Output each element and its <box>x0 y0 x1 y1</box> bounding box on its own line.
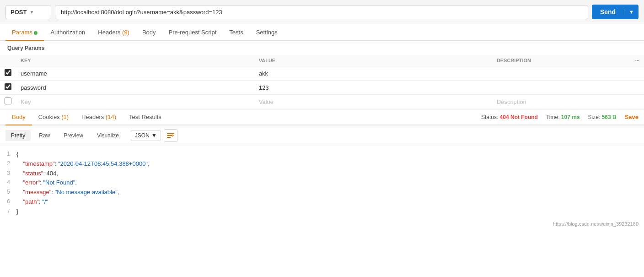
row-value[interactable]: akk <box>254 66 492 81</box>
response-tabs-row: Body Cookies (1) Headers (14) Test Resul… <box>0 109 644 125</box>
method-select[interactable]: POST ▼ <box>5 5 51 19</box>
params-dot <box>34 31 38 35</box>
params-table: KEY VALUE DESCRIPTION ··· username akk p… <box>0 55 644 109</box>
tab-tests[interactable]: Tests <box>223 24 249 41</box>
time-label: Time: 107 ms <box>546 114 580 120</box>
col-header-actions: ··· <box>631 55 644 66</box>
time-value: 107 ms <box>561 114 580 120</box>
row-checkbox-cell[interactable] <box>0 81 16 95</box>
code-line: 1 { <box>0 150 644 159</box>
row-actions[interactable] <box>631 66 644 81</box>
tab-settings[interactable]: Settings <box>250 24 284 41</box>
send-button[interactable]: Send ▼ <box>592 5 639 19</box>
body-toolbar: Pretty Raw Preview Visualize JSON ▼ <box>0 125 644 146</box>
col-header-checkbox <box>0 55 16 66</box>
empty-desc[interactable]: Description <box>492 95 631 109</box>
method-value: POST <box>11 9 27 16</box>
format-select[interactable]: JSON ▼ <box>131 130 161 141</box>
empty-key[interactable]: Key <box>16 95 254 109</box>
row-desc[interactable] <box>492 66 631 81</box>
send-label: Send <box>592 8 624 16</box>
resp-tab-body[interactable]: Body <box>5 109 32 125</box>
row-key[interactable]: username <box>16 66 254 81</box>
row-desc[interactable] <box>492 81 631 95</box>
row-checkbox-cell[interactable] <box>0 66 16 81</box>
url-input[interactable] <box>55 5 588 19</box>
empty-value[interactable]: Value <box>254 95 492 109</box>
code-line: 6 "path": "/" <box>0 197 644 207</box>
tab-headers[interactable]: Headers (9) <box>91 24 136 41</box>
request-tabs: Params Authorization Headers (9) Body Pr… <box>0 24 644 41</box>
empty-actions[interactable] <box>631 95 644 109</box>
tab-authorization[interactable]: Authorization <box>44 24 91 41</box>
resp-tab-testresults[interactable]: Test Results <box>123 109 168 125</box>
col-header-value: VALUE <box>254 55 492 66</box>
format-chevron-icon: ▼ <box>151 132 157 139</box>
body-tab-preview[interactable]: Preview <box>58 130 89 141</box>
body-tab-pretty[interactable]: Pretty <box>5 130 31 141</box>
col-header-desc: DESCRIPTION <box>492 55 631 66</box>
row-checkbox[interactable] <box>5 69 11 76</box>
row-actions[interactable] <box>631 81 644 95</box>
wrap-icon[interactable] <box>164 129 177 142</box>
save-response-button[interactable]: Save <box>625 114 639 120</box>
response-tabs: Body Cookies (1) Headers (14) Test Resul… <box>5 109 168 125</box>
response-status: Status: 404 Not Found Time: 107 ms Size:… <box>481 114 639 120</box>
query-params-title: Query Params <box>0 41 644 55</box>
code-line: 2 "timestamp": "2020-04-12T08:45:54.388+… <box>0 159 644 169</box>
empty-row-checkbox[interactable] <box>5 98 11 104</box>
tab-params[interactable]: Params <box>5 24 44 41</box>
tab-body[interactable]: Body <box>136 24 162 41</box>
code-line: 3 "status": 404, <box>0 169 644 179</box>
table-row-empty: Key Value Description <box>0 95 644 109</box>
empty-checkbox-cell[interactable] <box>0 95 16 109</box>
method-chevron-icon: ▼ <box>29 10 34 15</box>
status-label: Status: 404 Not Found <box>481 114 538 120</box>
table-row: password 123 <box>0 81 644 95</box>
watermark: https://blog.csdn.net/weixin_39232180 <box>0 220 644 228</box>
body-tab-visualize[interactable]: Visualize <box>91 130 124 141</box>
status-value: 404 Not Found <box>500 114 538 120</box>
row-checkbox[interactable] <box>5 83 11 90</box>
row-key[interactable]: password <box>16 81 254 95</box>
code-line: 5 "message": "No message available", <box>0 188 644 197</box>
table-row: username akk <box>0 66 644 81</box>
code-line: 4 "error": "Not Found", <box>0 178 644 188</box>
resp-tab-cookies[interactable]: Cookies (1) <box>32 109 75 125</box>
url-bar: POST ▼ Send ▼ <box>0 0 644 24</box>
row-value[interactable]: 123 <box>254 81 492 95</box>
size-label: Size: 563 B <box>588 114 617 120</box>
size-value: 563 B <box>602 114 617 120</box>
send-dropdown-icon[interactable]: ▼ <box>624 9 639 15</box>
body-tab-raw[interactable]: Raw <box>33 130 55 141</box>
tab-prerequest[interactable]: Pre-request Script <box>162 24 223 41</box>
code-line: 7 } <box>0 207 644 217</box>
response-code-area: 1 { 2 "timestamp": "2020-04-12T08:45:54.… <box>0 146 644 220</box>
col-header-key: KEY <box>16 55 254 66</box>
resp-tab-headers[interactable]: Headers (14) <box>75 109 123 125</box>
